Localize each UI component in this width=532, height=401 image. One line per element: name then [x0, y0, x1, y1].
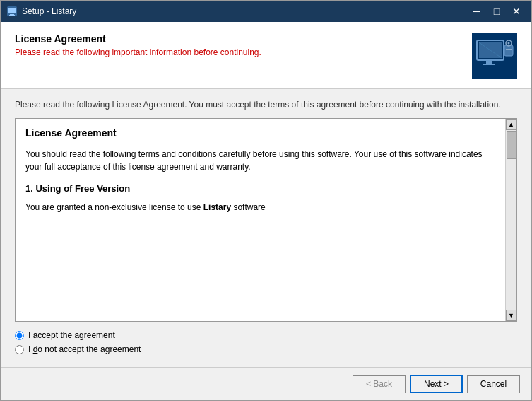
header-text: License Agreement Please read the follow…: [15, 33, 472, 57]
svg-rect-1: [8, 8, 16, 13]
decline-underline-d: d: [33, 344, 38, 354]
header-icon: [472, 33, 517, 79]
license-content: License Agreement You should read the fo…: [16, 119, 505, 321]
title-bar: Setup - Listary ─ □ ✕: [1, 1, 531, 22]
accept-label: I accept the agreement: [28, 330, 115, 340]
license-box: License Agreement You should read the fo…: [15, 118, 517, 322]
cancel-button[interactable]: Cancel: [467, 375, 520, 393]
svg-rect-11: [506, 49, 512, 50]
license-heading: License Agreement: [25, 126, 495, 141]
accept-underline-a: a: [33, 330, 38, 340]
next-button[interactable]: Next >: [410, 375, 463, 393]
header-section: License Agreement Please read the follow…: [1, 22, 531, 89]
window-title: Setup - Listary: [22, 6, 468, 16]
content-area: Please read the following License Agreem…: [1, 89, 531, 367]
svg-point-14: [508, 42, 510, 45]
setup-window: Setup - Listary ─ □ ✕ License Agreement …: [0, 0, 532, 401]
license-body1: You should read the following terms and …: [25, 148, 495, 173]
header-title: License Agreement: [15, 33, 472, 45]
license-scrollbar[interactable]: ▲ ▼: [505, 119, 516, 321]
scroll-down-button[interactable]: ▼: [506, 310, 517, 321]
svg-rect-9: [483, 64, 495, 65]
minimize-button[interactable]: ─: [468, 4, 486, 18]
decline-radio-label[interactable]: I do not accept the agreement: [15, 344, 517, 354]
app-icon: [6, 6, 18, 17]
instruction-text: Please read the following License Agreem…: [15, 99, 517, 111]
license-body2: You are granted a non-exclusive license …: [25, 201, 495, 214]
window-controls: ─ □ ✕: [468, 4, 526, 18]
license-subheading: 1. Using of Free Version: [25, 182, 495, 196]
back-button[interactable]: < Back: [353, 375, 406, 393]
accept-radio[interactable]: [15, 331, 24, 340]
svg-rect-12: [506, 52, 510, 52]
button-bar: < Back Next > Cancel: [1, 367, 531, 400]
header-subtitle: Please read the following important info…: [15, 47, 472, 57]
maximize-button[interactable]: □: [487, 4, 506, 18]
scroll-thumb[interactable]: [507, 131, 516, 159]
agreement-radio-group: I accept the agreement I do not accept t…: [15, 330, 517, 354]
decline-radio[interactable]: [15, 345, 24, 354]
svg-rect-10: [504, 45, 513, 56]
computer-graphic: [473, 35, 516, 77]
scroll-up-button[interactable]: ▲: [506, 119, 517, 130]
svg-rect-3: [9, 15, 15, 16]
accept-radio-label[interactable]: I accept the agreement: [15, 330, 517, 340]
svg-rect-8: [486, 60, 492, 64]
decline-label: I do not accept the agreement: [28, 344, 141, 354]
close-button[interactable]: ✕: [507, 4, 526, 18]
